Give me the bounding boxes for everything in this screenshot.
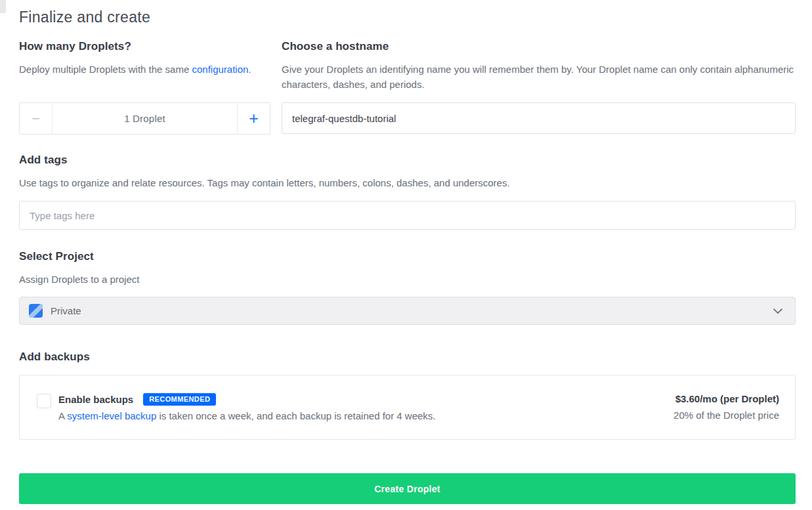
create-droplet-button[interactable]: Create Droplet — [19, 473, 796, 504]
configuration-link[interactable]: configuration — [192, 64, 248, 75]
droplet-count-section: How many Droplets? Deploy multiple Dropl… — [19, 40, 270, 135]
backups-section: Add backups Enable backups RECOMMENDED A… — [19, 351, 796, 440]
tags-description: Use tags to organize and relate resource… — [19, 175, 796, 190]
count-hostname-row: How many Droplets? Deploy multiple Dropl… — [19, 40, 796, 135]
backups-price-note: 20% of the Droplet price — [673, 410, 779, 421]
system-level-backup-link[interactable]: system-level backup — [67, 410, 156, 421]
backups-description: A system-level backup is taken once a we… — [58, 410, 436, 421]
backups-price: $3.60/mo (per Droplet) — [673, 393, 779, 404]
enable-backups-label: Enable backups — [58, 394, 133, 405]
droplet-count-description: Deploy multiple Droplets with the same c… — [19, 62, 270, 77]
backups-description-prefix: A — [58, 410, 67, 421]
project-description: Assign Droplets to a project — [19, 272, 796, 287]
project-select[interactable]: Private — [19, 297, 796, 325]
backups-heading: Add backups — [19, 351, 796, 364]
chevron-down-icon — [773, 308, 783, 314]
backups-title-row: Enable backups RECOMMENDED — [58, 393, 436, 406]
tags-section: Add tags Use tags to organize and relate… — [19, 154, 796, 230]
decrement-droplets-button[interactable]: − — [20, 103, 53, 134]
hostname-heading: Choose a hostname — [282, 40, 796, 53]
recommended-badge: RECOMMENDED — [143, 393, 216, 406]
hostname-section: Choose a hostname Give your Droplets an … — [282, 40, 796, 135]
tags-heading: Add tags — [19, 154, 796, 167]
droplet-count-stepper: − 1 Droplet + — [19, 102, 270, 135]
finalize-and-create-page: Finalize and create How many Droplets? D… — [0, 0, 812, 504]
project-section: Select Project Assign Droplets to a proj… — [19, 250, 796, 325]
tags-input[interactable] — [19, 201, 796, 230]
backups-card: Enable backups RECOMMENDED A system-leve… — [19, 375, 796, 440]
droplet-count-description-text: Deploy multiple Droplets with the same — [19, 64, 192, 75]
backups-description-suffix: is taken once a week, and each backup is… — [156, 410, 435, 421]
droplet-count-value: 1 Droplet — [53, 103, 237, 134]
hostname-input[interactable] — [282, 102, 796, 134]
hostname-desc-slot: Give your Droplets an identifying name y… — [282, 62, 796, 102]
droplet-count-desc-slot: Deploy multiple Droplets with the same c… — [19, 62, 270, 102]
droplet-count-heading: How many Droplets? — [19, 40, 270, 53]
project-heading: Select Project — [19, 250, 796, 263]
backups-price-block: $3.60/mo (per Droplet) 20% of the Drople… — [673, 393, 779, 421]
increment-droplets-button[interactable]: + — [237, 103, 270, 134]
scrollbar-artifact — [0, 0, 6, 13]
enable-backups-checkbox[interactable] — [37, 394, 51, 408]
backups-main: Enable backups RECOMMENDED A system-leve… — [58, 393, 436, 421]
project-icon — [29, 304, 43, 318]
project-selected-label: Private — [51, 305, 81, 316]
page-title: Finalize and create — [19, 9, 796, 26]
hostname-description: Give your Droplets an identifying name y… — [282, 62, 796, 92]
droplet-count-description-period: . — [248, 64, 251, 75]
